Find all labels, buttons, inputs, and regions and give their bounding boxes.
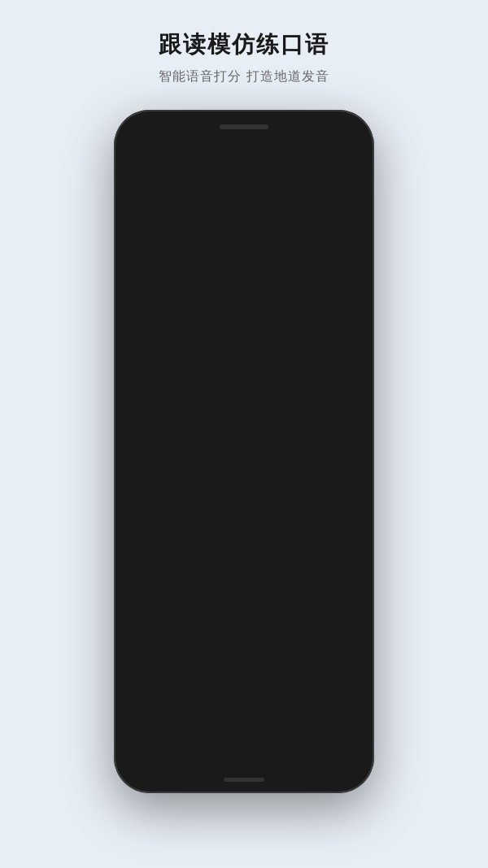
lang-swap-icon: ⇅	[338, 355, 344, 363]
score-completeness-value: 100	[177, 454, 217, 473]
complete-label-line1: 完成	[161, 557, 177, 568]
score-completeness: 100 完整度	[177, 454, 217, 484]
score-sentence-label: 本句得分	[137, 473, 176, 484]
word-made: made	[214, 355, 251, 369]
video-progress-bar	[125, 327, 208, 329]
score-accuracy: 82 准确度	[258, 454, 298, 484]
page-header: 跟读模仿练口语 智能语音打分 打造地道发音	[0, 0, 488, 102]
planet-visual	[208, 191, 363, 329]
lang-toggle[interactable]: 中 ⇅ 英	[336, 342, 345, 374]
word-the: The	[137, 355, 163, 369]
sentence-counter: 5/16	[137, 338, 351, 347]
original-btn[interactable]: 原	[286, 508, 316, 537]
phone-screen: 中 ⇅ 英 5/16 The objects made out of clayt…	[125, 150, 363, 756]
detail-btn-line1: 查看语音	[312, 458, 344, 469]
bottom-bar: 完成 5/16	[137, 547, 351, 597]
content-area: 5/16 The objects made out of clayt-ronic…	[125, 329, 363, 605]
detail-arrow-icon: »	[325, 481, 330, 492]
time-hint: 原句用时1.7s	[203, 516, 280, 528]
sentence-text: The objects made out of clayt-ronics wil…	[137, 352, 351, 415]
playback-play-button[interactable]	[173, 511, 196, 534]
lang-zh: 中	[336, 342, 345, 355]
controls-row: 1.6s 原句用时1.7s 原 慢	[137, 508, 351, 537]
score-accuracy-value: 82	[258, 454, 298, 473]
translation-text: 这个星球是用土做成的，它的外形也是这样的	[137, 421, 351, 435]
detail-btn-line2: 打分详情	[312, 469, 344, 481]
word-different: different	[153, 397, 205, 411]
score-fluency: 86 流利度	[218, 454, 258, 484]
video-area	[125, 150, 363, 329]
play-small-triangle-icon	[181, 517, 190, 527]
mic-icon	[235, 559, 253, 577]
detail-button[interactable]: 查看语音 打分详情 »	[304, 454, 351, 496]
complete-button[interactable]: 完成 5/16	[148, 547, 190, 589]
lang-en: 英	[337, 363, 345, 374]
score-accuracy-label: 准确度	[258, 473, 298, 484]
score-sentence: 84 本句得分	[137, 454, 176, 484]
video-play-button[interactable]	[224, 220, 264, 260]
svg-rect-0	[242, 560, 246, 569]
speed-badge: 1.6s	[137, 515, 167, 530]
score-completeness-label: 完整度	[177, 473, 217, 484]
score-fluency-value: 86	[218, 454, 258, 473]
page-subtitle: 智能语音打分 打造地道发音	[16, 68, 472, 85]
mic-button[interactable]	[211, 550, 277, 586]
word-shapes: shapes.	[205, 397, 257, 411]
page-title: 跟读模仿练口语	[16, 29, 472, 60]
word-objects: objects	[163, 355, 214, 369]
complete-label-line2: 5/16	[161, 568, 176, 578]
play-triangle-icon	[238, 232, 253, 248]
phone-wrapper: 中 ⇅ 英 5/16 The objects made out of clayt…	[114, 110, 374, 793]
detail-btn-inner: 查看语音 打分详情 »	[312, 458, 344, 492]
score-sentence-value: 84	[137, 454, 176, 473]
score-fluency-label: 流利度	[218, 473, 258, 484]
slow-btn[interactable]: 慢	[322, 508, 351, 537]
scores-row: 84 本句得分 100 完整度 86 流利度 82 准确度	[137, 445, 351, 496]
